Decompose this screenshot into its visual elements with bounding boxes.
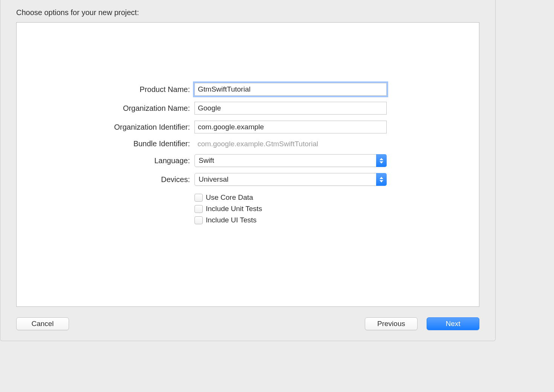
project-form: Product Name: Organization Name: Organiz… [17,83,479,224]
new-project-sheet: Choose options for your new project: Pro… [0,0,496,341]
organization-identifier-input[interactable] [194,121,387,133]
next-button[interactable]: Next [427,317,479,330]
language-select-value: Swift [194,154,387,167]
page-title: Choose options for your new project: [16,8,479,17]
include-unit-tests-row: Include Unit Tests [194,205,387,213]
include-ui-tests-row: Include UI Tests [194,216,387,224]
devices-label: Devices: [17,175,190,184]
bundle-identifier-value: com.google.example.GtmSwiftTutorial [194,140,387,148]
devices-select[interactable]: Universal [194,173,387,186]
footer-right: Previous Next [365,317,479,330]
include-unit-tests-label: Include Unit Tests [206,205,262,213]
footer: Cancel Previous Next [16,307,479,330]
product-name-input[interactable] [194,83,387,96]
organization-identifier-label: Organization Identifier: [17,123,190,132]
include-unit-tests-checkbox[interactable] [194,205,203,213]
include-ui-tests-label: Include UI Tests [206,216,257,224]
use-core-data-row: Use Core Data [194,193,387,202]
cancel-button[interactable]: Cancel [16,317,69,330]
checkbox-stack: Use Core Data Include Unit Tests Include… [194,193,387,224]
use-core-data-checkbox[interactable] [194,194,203,202]
updown-stepper-icon [376,154,387,167]
organization-name-input[interactable] [194,102,387,115]
product-name-label: Product Name: [17,85,190,94]
main-panel: Product Name: Organization Name: Organiz… [16,22,479,307]
language-select[interactable]: Swift [194,154,387,167]
organization-name-label: Organization Name: [17,104,190,113]
include-ui-tests-checkbox[interactable] [194,216,203,224]
updown-stepper-icon [376,173,387,186]
language-label: Language: [17,156,190,165]
use-core-data-label: Use Core Data [206,193,253,202]
previous-button[interactable]: Previous [365,317,418,330]
devices-select-value: Universal [194,173,387,186]
bundle-identifier-label: Bundle Identifier: [17,139,190,148]
